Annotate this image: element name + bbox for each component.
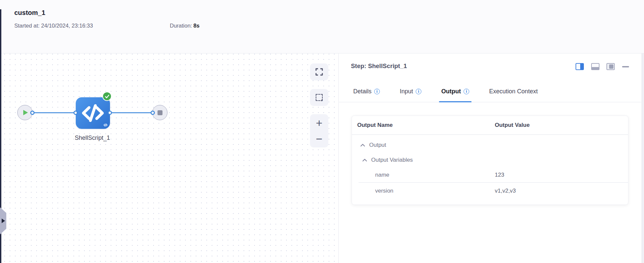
- port-end-in: [151, 111, 155, 115]
- row-label: name: [352, 172, 493, 178]
- info-icon[interactable]: i: [416, 89, 421, 94]
- minimize-icon[interactable]: [622, 66, 629, 67]
- edge-step-to-end: [110, 112, 153, 113]
- detail-tabs: Details i Input i Output i Execution Con…: [339, 88, 641, 102]
- row-label: Output: [369, 142, 386, 148]
- table-row-name: name 123: [352, 167, 628, 182]
- row-label: Output Variables: [371, 157, 413, 163]
- marquee-select-button[interactable]: +: [310, 89, 328, 106]
- duration-label: Duration:: [170, 23, 192, 29]
- tab-input-label: Input: [400, 88, 413, 95]
- check-circle-icon: [102, 92, 112, 101]
- layout-split-right-icon[interactable]: [576, 63, 584, 70]
- fullscreen-icon: [315, 68, 323, 76]
- step-details-panel: Step: ShellScript_1 Details i Input i Ou…: [339, 53, 644, 263]
- port-step-in: [73, 111, 78, 115]
- zoom-out-icon[interactable]: −: [316, 133, 323, 145]
- table-row-output-variables-group[interactable]: Output Variables: [352, 152, 628, 167]
- row-label: version: [352, 188, 493, 194]
- table-row-output-group[interactable]: Output: [352, 137, 628, 152]
- fullscreen-button[interactable]: [310, 63, 328, 80]
- layout-bottom-icon[interactable]: [591, 63, 599, 70]
- layout-right-filled-icon[interactable]: [606, 63, 615, 70]
- tab-execution-context-label: Execution Context: [489, 88, 538, 95]
- zoom-control[interactable]: + −: [310, 114, 328, 147]
- info-icon[interactable]: i: [464, 89, 469, 94]
- play-icon: [23, 110, 28, 115]
- duration-value: 8s: [193, 23, 199, 29]
- shellscript-step-node[interactable]: [76, 97, 110, 129]
- info-icon[interactable]: i: [374, 89, 380, 94]
- column-output-value: Output Value: [493, 122, 628, 129]
- page-title: custom_1: [14, 9, 45, 17]
- pipeline-execution-view: custom_1 Started at: 24/10/2024, 23:16:3…: [0, 0, 644, 263]
- panel-scrollbar[interactable]: [642, 53, 644, 263]
- row-value: v1,v2,v3: [493, 188, 628, 194]
- step-node-label: ShellScript_1: [59, 134, 126, 141]
- tab-details[interactable]: Details i: [351, 88, 382, 102]
- tab-details-label: Details: [353, 88, 372, 95]
- port-step-out: [108, 111, 112, 115]
- chevron-up-icon[interactable]: [362, 158, 367, 162]
- execution-header: custom_1 Started at: 24/10/2024, 23:16:3…: [0, 0, 644, 53]
- duration-text: Duration:8s: [170, 23, 199, 29]
- table-row-version: version v1,v2,v3: [352, 183, 628, 199]
- tab-output[interactable]: Output i: [439, 88, 472, 102]
- started-at-text: Started at: 24/10/2024, 23:16:33: [14, 23, 93, 29]
- started-at-value: 24/10/2024, 23:16:33: [41, 23, 93, 29]
- output-table-header: Output Name Output Value: [352, 116, 628, 135]
- code-mini-icon: [103, 123, 108, 127]
- started-at-label: Started at:: [14, 23, 40, 29]
- output-table-body: Output Output Variables name 123 version…: [352, 135, 628, 199]
- chevron-up-icon[interactable]: [360, 143, 365, 147]
- tab-execution-context[interactable]: Execution Context: [487, 88, 540, 102]
- tab-input[interactable]: Input i: [397, 88, 424, 102]
- stop-icon: [158, 110, 162, 115]
- output-table-card: Output Name Output Value Output Output V…: [352, 116, 628, 205]
- workflow-canvas[interactable]: ShellScript_1 + + −: [0, 53, 339, 263]
- column-output-name: Output Name: [352, 122, 493, 129]
- zoom-in-icon[interactable]: +: [316, 117, 323, 129]
- tab-output-label: Output: [441, 88, 461, 95]
- expand-panel-arrow-icon: [2, 219, 5, 223]
- panel-title: Step: ShellScript_1: [351, 62, 407, 70]
- row-value: 123: [493, 172, 628, 178]
- edge-start-to-step: [32, 112, 76, 113]
- port-start-out: [30, 111, 35, 115]
- marquee-select-icon: +: [316, 94, 323, 101]
